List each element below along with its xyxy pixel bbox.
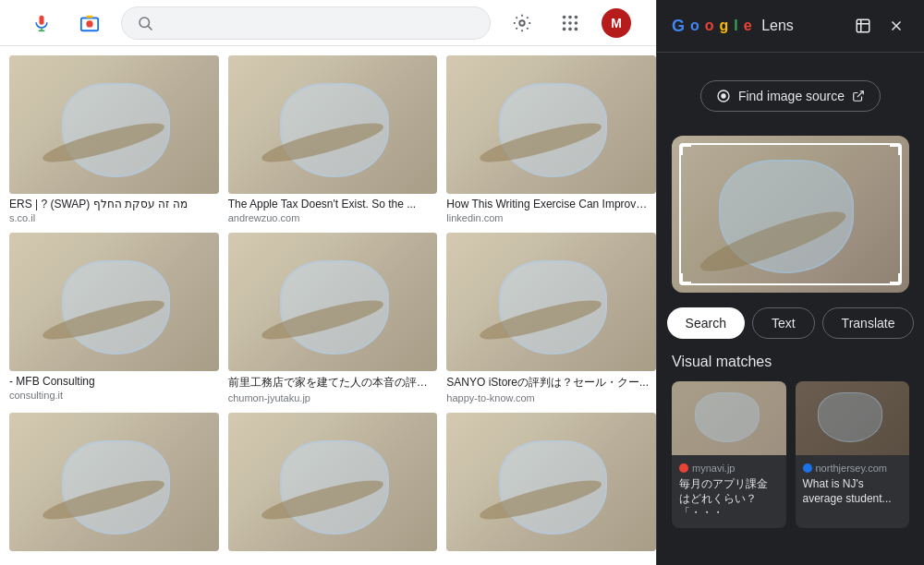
match-thumb — [672, 381, 786, 455]
action-buttons: Search Text Translate — [672, 307, 909, 339]
google-text4: l — [734, 18, 737, 34]
item-source: s.co.il — [9, 212, 219, 223]
match-card[interactable]: northjersey.com What is NJ's average stu… — [796, 381, 910, 528]
svg-point-9 — [563, 15, 566, 18]
selection-overlay — [679, 143, 902, 285]
match-card[interactable]: mynavi.jp 毎月のアプリ課金はどれくらい？「・・・ — [672, 381, 786, 528]
item-source: happy-to-know.com — [446, 392, 656, 403]
svg-line-23 — [857, 91, 863, 97]
item-source: consulting.it — [9, 390, 219, 401]
list-item[interactable]: The Apple Tax Doesn't Exist. So the ... … — [228, 55, 438, 223]
corner-tr — [890, 144, 901, 155]
item-source: linkedin.com — [446, 212, 656, 223]
svg-point-16 — [568, 27, 572, 30]
list-item[interactable] — [446, 413, 656, 551]
corner-tl — [680, 144, 691, 155]
close-icon[interactable] — [883, 13, 909, 39]
avatar[interactable]: M — [602, 8, 631, 38]
match-source: mynavi.jp — [679, 463, 779, 474]
list-item[interactable]: - MFB Consulting consulting.it — [9, 233, 219, 403]
lens-panel: G o o g l e Lens — [656, 0, 924, 565]
text-button[interactable]: Text — [752, 307, 815, 339]
list-item[interactable] — [9, 413, 219, 551]
translate-button[interactable]: Translate — [822, 307, 915, 339]
source-dot-blue — [803, 463, 812, 473]
corner-bl — [680, 273, 691, 284]
svg-point-12 — [563, 21, 566, 25]
svg-rect-18 — [857, 19, 869, 32]
find-source-label: Find image source — [738, 89, 845, 103]
search-icon — [137, 15, 153, 31]
search-bar[interactable] — [121, 6, 491, 40]
top-bar: M — [0, 0, 656, 46]
item-source: andrewzuo.com — [228, 212, 438, 223]
svg-point-10 — [568, 15, 572, 18]
list-item[interactable]: SANYO iStoreの評判は？セール・クー... happy-to-know… — [446, 233, 656, 403]
google-text5: e — [744, 18, 752, 34]
google-text: o — [690, 18, 699, 34]
external-link-icon — [852, 90, 865, 102]
svg-rect-5 — [86, 15, 92, 18]
lens-small-icon — [716, 89, 731, 103]
lens-header-icons — [850, 13, 909, 39]
google-text3: g — [720, 18, 729, 34]
lens-logo: G o o g l e Lens — [672, 17, 794, 36]
item-title: The Apple Tax Doesn't Exist. So the ... — [228, 198, 432, 210]
preview-image — [672, 136, 909, 293]
corner-br — [890, 273, 901, 284]
search-button[interactable]: Search — [667, 307, 745, 339]
svg-point-6 — [140, 18, 150, 28]
match-cards: mynavi.jp 毎月のアプリ課金はどれくらい？「・・・ northjerse… — [672, 381, 909, 528]
svg-point-8 — [519, 20, 525, 26]
source-dot — [679, 463, 688, 473]
search-area: M ERS | ? (SWAP) מה זה עסקת החלף s.co.il… — [0, 0, 656, 565]
mic-icon[interactable] — [25, 6, 58, 40]
svg-point-17 — [575, 27, 578, 30]
match-info: northjersey.com What is NJ's average stu… — [796, 455, 910, 513]
apps-icon[interactable] — [553, 6, 587, 40]
match-thumb-dark — [796, 381, 910, 455]
list-item[interactable]: How This Writing Exercise Can Improve ..… — [446, 55, 656, 223]
list-item[interactable]: 前里工務店で家を建てた人の本音の評判・... chumon-jyutaku.jp — [228, 233, 438, 403]
find-image-source-button[interactable]: Find image source — [700, 80, 881, 112]
svg-point-14 — [575, 21, 578, 25]
visual-matches: Visual matches mynavi.jp 毎月のアプリ課金はどれくらい？… — [657, 354, 924, 565]
item-title: ERS | ? (SWAP) מה זה עסקת החלף — [9, 198, 213, 210]
settings-icon[interactable] — [505, 6, 539, 40]
svg-point-22 — [721, 93, 725, 98]
item-title: How This Writing Exercise Can Improve ..… — [446, 198, 650, 210]
list-item[interactable] — [228, 413, 438, 551]
google-text2: o — [705, 18, 714, 34]
match-source: northjersey.com — [803, 463, 903, 474]
svg-point-15 — [563, 27, 566, 30]
lens-text: Lens — [758, 18, 794, 34]
source-name: mynavi.jp — [692, 463, 735, 474]
grid-row: - MFB Consulting consulting.it 前里工務店で家を建… — [9, 233, 656, 403]
source-name: northjersey.com — [816, 463, 887, 474]
item-source: chumon-jyutaku.jp — [228, 392, 438, 403]
open-new-icon[interactable] — [850, 13, 876, 39]
image-grid: ERS | ? (SWAP) מה זה עסקת החלף s.co.il T… — [0, 46, 656, 565]
grid-row: ERS | ? (SWAP) מה זה עסקת החלף s.co.il T… — [9, 55, 656, 223]
item-title: 前里工務店で家を建てた人の本音の評判・... — [228, 375, 432, 391]
grid-row — [9, 413, 656, 551]
svg-point-4 — [86, 20, 92, 27]
match-desc: 毎月のアプリ課金はどれくらい？「・・・ — [679, 477, 779, 521]
item-title: SANYO iStoreの評判は？セール・クー... — [446, 375, 650, 391]
svg-point-11 — [575, 15, 578, 18]
match-desc: What is NJ's average student... — [803, 477, 903, 506]
svg-line-7 — [148, 26, 152, 30]
item-title: - MFB Consulting — [9, 375, 213, 388]
match-info: mynavi.jp 毎月のアプリ課金はどれくらい？「・・・ — [672, 455, 786, 528]
visual-matches-title: Visual matches — [672, 354, 909, 370]
lens-header: G o o g l e Lens — [657, 0, 924, 53]
svg-rect-0 — [40, 15, 44, 24]
svg-point-13 — [568, 21, 572, 25]
preview-container — [672, 136, 909, 293]
camera-icon[interactable] — [73, 6, 106, 40]
google-g: G — [672, 17, 685, 36]
list-item[interactable]: ERS | ? (SWAP) מה זה עסקת החלף s.co.il — [9, 55, 219, 223]
